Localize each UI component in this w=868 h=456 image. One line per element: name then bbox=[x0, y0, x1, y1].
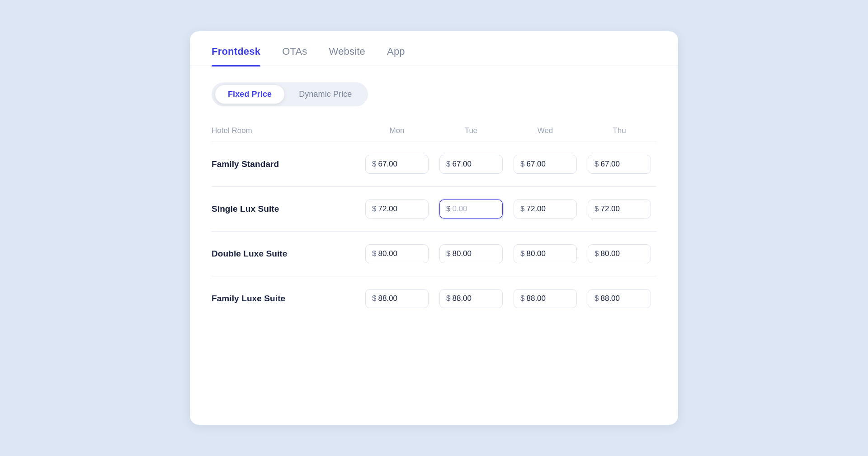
price-field-thu-2[interactable] bbox=[600, 249, 637, 258]
price-input-wed-1[interactable]: $ bbox=[514, 200, 577, 218]
table-row: Family Standard $ $ $ bbox=[212, 142, 656, 187]
price-field-wed-0[interactable] bbox=[526, 160, 562, 169]
currency-sign: $ bbox=[372, 204, 376, 214]
price-input-thu-3[interactable]: $ bbox=[588, 289, 651, 308]
price-field-tue-0[interactable] bbox=[452, 160, 488, 169]
room-name: Double Luxe Suite bbox=[212, 249, 360, 259]
wed-cell: $ bbox=[508, 200, 582, 218]
currency-sign: $ bbox=[594, 160, 599, 169]
price-input-thu-2[interactable]: $ bbox=[588, 244, 651, 263]
currency-sign: $ bbox=[594, 249, 599, 258]
tab-app[interactable]: App bbox=[387, 46, 405, 66]
mon-cell: $ bbox=[360, 200, 434, 218]
price-toggle-group: Fixed Price Dynamic Price bbox=[212, 82, 368, 106]
currency-sign: $ bbox=[372, 160, 376, 169]
mon-cell: $ bbox=[360, 155, 434, 174]
price-field-tue-3[interactable] bbox=[452, 294, 488, 303]
currency-sign: $ bbox=[372, 294, 376, 303]
currency-sign: $ bbox=[446, 294, 450, 303]
mon-cell: $ bbox=[360, 244, 434, 263]
wed-cell: $ bbox=[508, 289, 582, 308]
thu-cell: $ bbox=[582, 289, 656, 308]
tab-frontdesk[interactable]: Frontdesk bbox=[212, 46, 260, 66]
price-table: Hotel Room Mon Tue Wed Thu Family Standa… bbox=[190, 121, 678, 321]
price-input-mon-2[interactable]: $ bbox=[365, 244, 429, 263]
room-name: Single Lux Suite bbox=[212, 204, 360, 214]
table-header: Hotel Room Mon Tue Wed Thu bbox=[212, 121, 656, 142]
tue-cell: $ bbox=[434, 244, 508, 263]
price-input-thu-1[interactable]: $ bbox=[588, 200, 651, 218]
price-input-wed-2[interactable]: $ bbox=[514, 244, 577, 263]
tab-website[interactable]: Website bbox=[329, 46, 365, 66]
room-name: Family Luxe Suite bbox=[212, 294, 360, 304]
price-input-wed-0[interactable]: $ bbox=[514, 155, 577, 174]
currency-sign: $ bbox=[520, 160, 524, 169]
currency-sign: $ bbox=[520, 204, 524, 214]
thu-cell: $ bbox=[582, 200, 656, 218]
price-field-thu-0[interactable] bbox=[600, 160, 637, 169]
currency-sign: $ bbox=[446, 204, 450, 214]
price-field-tue-1[interactable] bbox=[452, 204, 488, 214]
col-thu: Thu bbox=[582, 126, 656, 135]
col-wed: Wed bbox=[508, 126, 582, 135]
tue-cell: $ bbox=[434, 200, 508, 218]
price-field-wed-2[interactable] bbox=[526, 249, 562, 258]
fixed-price-button[interactable]: Fixed Price bbox=[215, 85, 284, 104]
col-mon: Mon bbox=[360, 126, 434, 135]
price-field-mon-2[interactable] bbox=[378, 249, 414, 258]
table-row: Family Luxe Suite $ $ $ bbox=[212, 276, 656, 321]
currency-sign: $ bbox=[372, 249, 376, 258]
currency-sign: $ bbox=[520, 249, 524, 258]
table-row: Double Luxe Suite $ $ $ bbox=[212, 232, 656, 276]
price-input-wed-3[interactable]: $ bbox=[514, 289, 577, 308]
price-toggle-section: Fixed Price Dynamic Price bbox=[190, 66, 678, 112]
price-field-mon-0[interactable] bbox=[378, 160, 414, 169]
thu-cell: $ bbox=[582, 155, 656, 174]
price-field-mon-1[interactable] bbox=[378, 204, 414, 214]
col-hotel-room: Hotel Room bbox=[212, 126, 360, 135]
currency-sign: $ bbox=[446, 249, 450, 258]
price-input-tue-1[interactable]: $ bbox=[439, 200, 503, 218]
tue-cell: $ bbox=[434, 155, 508, 174]
dynamic-price-button[interactable]: Dynamic Price bbox=[286, 85, 364, 104]
price-field-wed-3[interactable] bbox=[526, 294, 562, 303]
currency-sign: $ bbox=[446, 160, 450, 169]
currency-sign: $ bbox=[594, 204, 599, 214]
price-input-tue-0[interactable]: $ bbox=[439, 155, 503, 174]
main-card: Frontdesk OTAs Website App Fixed Price D… bbox=[190, 31, 678, 425]
price-input-mon-0[interactable]: $ bbox=[365, 155, 429, 174]
price-input-mon-3[interactable]: $ bbox=[365, 289, 429, 308]
price-field-thu-3[interactable] bbox=[600, 294, 637, 303]
currency-sign: $ bbox=[594, 294, 599, 303]
price-input-thu-0[interactable]: $ bbox=[588, 155, 651, 174]
thu-cell: $ bbox=[582, 244, 656, 263]
price-field-mon-3[interactable] bbox=[378, 294, 414, 303]
col-tue: Tue bbox=[434, 126, 508, 135]
wed-cell: $ bbox=[508, 244, 582, 263]
tue-cell: $ bbox=[434, 289, 508, 308]
price-input-tue-3[interactable]: $ bbox=[439, 289, 503, 308]
room-name: Family Standard bbox=[212, 159, 360, 169]
table-row: Single Lux Suite $ $ $ bbox=[212, 187, 656, 232]
price-input-mon-1[interactable]: $ bbox=[365, 200, 429, 218]
price-field-tue-2[interactable] bbox=[452, 249, 488, 258]
price-input-tue-2[interactable]: $ bbox=[439, 244, 503, 263]
price-field-thu-1[interactable] bbox=[600, 204, 637, 214]
wed-cell: $ bbox=[508, 155, 582, 174]
tab-bar: Frontdesk OTAs Website App bbox=[190, 31, 678, 66]
mon-cell: $ bbox=[360, 289, 434, 308]
tab-otas[interactable]: OTAs bbox=[282, 46, 307, 66]
price-field-wed-1[interactable] bbox=[526, 204, 562, 214]
currency-sign: $ bbox=[520, 294, 524, 303]
